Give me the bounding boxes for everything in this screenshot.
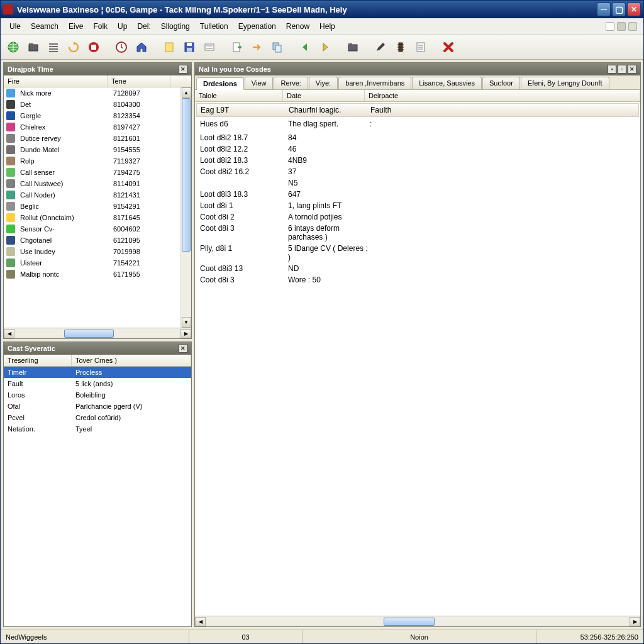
edit-icon[interactable] [372, 38, 389, 56]
horizontal-scrollbar[interactable]: ◀ ▶ [4, 328, 191, 338]
table-row[interactable]: Det8104300 [4, 99, 191, 110]
table-row[interactable]: Dutice rervey8121601 [4, 133, 191, 144]
detail-row[interactable]: Loot d8i2 18.34NB9 [200, 155, 635, 166]
menu-item[interactable]: Del: [132, 20, 155, 33]
table-row[interactable]: LorosBoleibling [4, 389, 191, 401]
tab[interactable]: View [245, 77, 274, 89]
column-header[interactable]: Deirpacte [365, 90, 640, 101]
table-row[interactable]: Chgotanel6121095 [4, 235, 191, 246]
tab[interactable]: Drdesions [196, 77, 244, 90]
refresh-icon[interactable] [65, 38, 82, 56]
scroll-right-icon[interactable]: ▶ [180, 329, 191, 338]
table-row[interactable]: Call Noder)8121431 [4, 189, 191, 201]
scroll-down-icon[interactable]: ▼ [182, 317, 191, 328]
menu-item[interactable]: Sllogting [156, 20, 195, 33]
detail-row[interactable]: Coot d8i 2A tornold potjies [200, 211, 635, 223]
copy-icon[interactable] [269, 38, 286, 56]
detail-row[interactable]: Coot d8i 36 intays deform parchases ) [200, 223, 635, 243]
panel-close-icon[interactable]: ✕ [179, 344, 187, 353]
table-row[interactable]: Call senser7194275 [4, 167, 191, 178]
detail-row[interactable]: Loot d8i2 18.784 [200, 132, 635, 143]
menu-item[interactable]: Eypenation [233, 20, 281, 33]
menu-item[interactable]: Tulletion [195, 20, 233, 33]
table-row[interactable]: Use Inudey7019998 [4, 246, 191, 257]
scroll-right-icon[interactable]: ▶ [630, 617, 640, 626]
globe-icon[interactable] [4, 38, 22, 56]
document-icon[interactable] [412, 38, 430, 56]
panel-close-icon[interactable]: ✕ [179, 65, 187, 74]
vertical-scrollbar[interactable]: ▲ ▼ [180, 87, 191, 328]
maximize-button[interactable]: ▢ [612, 3, 626, 16]
table-row[interactable]: PcvelCredol cofürid) [4, 412, 191, 423]
tab[interactable]: Rerve: [274, 77, 308, 89]
scroll-up-icon[interactable]: ▲ [182, 87, 191, 98]
detail-row[interactable]: Loot d8i 11, lang plints FT [200, 200, 635, 211]
minimize-button[interactable]: ─ [597, 3, 611, 16]
stop-icon[interactable] [85, 38, 103, 56]
home-icon[interactable] [133, 38, 150, 56]
scroll-left-icon[interactable]: ◀ [4, 329, 14, 338]
open-icon[interactable] [25, 38, 42, 56]
column-header[interactable]: Treserling [4, 355, 72, 366]
detail-body[interactable]: Eag L9TChaurfni loagic.FaulthHues d6The … [195, 102, 640, 616]
detail-row[interactable]: Loot d8i3 18.3647 [200, 189, 635, 200]
menu-item[interactable]: Eive [64, 20, 88, 33]
table-row[interactable]: Chielrex8197427 [4, 121, 191, 133]
detail-row[interactable]: Hues d6The dlag spert.: [200, 118, 635, 130]
table-row[interactable]: Malbip nontc6171955 [4, 269, 191, 280]
table-row[interactable]: OfalParlchancie pgerd (V) [4, 401, 191, 412]
menu-item[interactable]: Seamch [26, 20, 64, 33]
table-row[interactable]: Call Nustwee)8114091 [4, 178, 191, 189]
close-button[interactable]: ✕ [627, 3, 641, 16]
table-row[interactable]: Uisteer7154221 [4, 257, 191, 269]
detail-row[interactable]: Cuot d8i3 13ND [200, 263, 635, 274]
table-row[interactable]: Rollut (Onnctaim)8171645 [4, 212, 191, 223]
list-icon[interactable] [45, 38, 62, 56]
menu-item[interactable]: Up [113, 20, 132, 33]
menu-item[interactable]: Help [314, 20, 340, 33]
settings-icon[interactable] [392, 38, 409, 56]
table-body[interactable]: Nick more7128097Det8104300Gergle8123354C… [4, 87, 191, 328]
horizontal-scrollbar[interactable]: ◀ ▶ [195, 616, 640, 626]
table-row[interactable]: Rolp7119327 [4, 155, 191, 167]
tab[interactable]: Efeni, By Lengny Dounft [521, 77, 609, 89]
forward-icon[interactable] [316, 38, 334, 56]
back-icon[interactable] [296, 38, 314, 56]
table-row[interactable]: Gergle8123354 [4, 110, 191, 121]
menu-item[interactable]: Folk [88, 20, 113, 33]
menu-item[interactable]: Renow [281, 20, 314, 33]
table-row[interactable]: Fault5 lick (ands) [4, 378, 191, 389]
table-row[interactable]: Netation.Tyeel [4, 423, 191, 435]
delete-icon[interactable] [440, 38, 457, 56]
table-row[interactable]: Dundo Matel9154555 [4, 144, 191, 155]
detail-row[interactable]: Coot d8i 3Wore : 50 [200, 274, 635, 286]
table-row[interactable]: TimelrProcless [4, 367, 191, 378]
panel-max-icon[interactable]: ▫ [618, 65, 626, 74]
detail-row[interactable]: Eag L9TChaurfni loagic.Faulth [196, 103, 639, 117]
column-header[interactable]: Tover Crnes ) [72, 355, 191, 366]
table-row[interactable]: Sensor Cv-6004602 [4, 223, 191, 235]
column-header[interactable]: Date [283, 90, 365, 101]
export-icon[interactable] [228, 38, 246, 56]
menu-item[interactable]: Ule [4, 20, 26, 33]
detail-row[interactable]: N5 [200, 177, 635, 189]
tab[interactable]: baren ,Invermibans [338, 77, 411, 89]
form-icon[interactable] [201, 38, 218, 56]
folder-icon[interactable] [344, 38, 362, 56]
scroll-left-icon[interactable]: ◀ [195, 617, 206, 626]
new-file-icon[interactable] [160, 38, 178, 56]
save-icon[interactable] [180, 38, 198, 56]
gear-icon[interactable] [617, 22, 626, 31]
send-icon[interactable] [248, 38, 266, 56]
column-header[interactable]: Fire [4, 75, 108, 87]
tab[interactable]: Lisance, Sausvies [412, 77, 482, 89]
tab[interactable]: Sucfoor [482, 77, 520, 89]
tab[interactable]: Viye: [309, 77, 338, 89]
table-row[interactable]: Beglic9154291 [4, 201, 191, 212]
table-row[interactable]: Nick more7128097 [4, 87, 191, 99]
detail-row[interactable]: Loot d8i2 12.246 [200, 143, 635, 155]
detail-row[interactable]: Plly, d8i 15 lDange CV ( Deleres ; ) [200, 243, 635, 263]
detail-row[interactable]: Coot d8i2 16.237 [200, 166, 635, 177]
panel-close-icon[interactable]: ✕ [628, 65, 636, 74]
help-icon[interactable] [628, 22, 637, 31]
